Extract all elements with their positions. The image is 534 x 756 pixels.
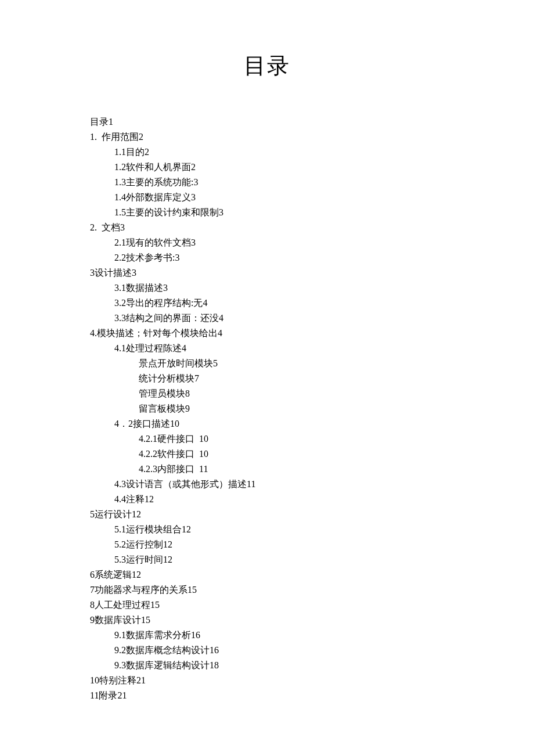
toc-entry-label: 4.模块描述；针对每个模块给出 <box>90 328 218 338</box>
toc-entry-label: 4.1处理过程陈述 <box>114 343 182 353</box>
toc-entry-label: 10特别注释 <box>90 675 136 685</box>
toc-entry-page: 21 <box>117 690 127 700</box>
toc-entry-page: 16 <box>191 630 200 640</box>
toc-entry: 5.2运行控制12 <box>90 537 534 552</box>
toc-entry: 4.3设计语言（或其他形式）描述11 <box>90 477 534 492</box>
toc-entry: 5运行设计12 <box>90 507 534 522</box>
toc-entry-label: 1.1目的 <box>114 147 145 157</box>
toc-entry-page: 3 <box>120 222 125 232</box>
toc-entry-label: 4.2.1硬件接口 <box>139 434 199 444</box>
toc-entry: 1.3主要的系统功能:3 <box>90 175 534 190</box>
toc-entry-label: 2. 文档 <box>90 222 120 232</box>
toc-entry: 3.3结构之间的界面：还没4 <box>90 311 534 326</box>
toc-entry-page: 4 <box>218 328 222 338</box>
toc-entry-page: 12 <box>132 509 141 519</box>
toc-entry-page: 10 <box>199 434 208 444</box>
toc-entry-label: 1.2软件和人机界面 <box>114 162 191 172</box>
toc-entry-page: 1 <box>109 117 113 127</box>
toc-entry-label: 5.1运行模块组合 <box>114 524 182 534</box>
toc-entry: 2.2技术参考书:3 <box>90 250 534 265</box>
toc-entry: 1.5主要的设计约束和限制3 <box>90 205 534 220</box>
toc-entry: 1.1目的2 <box>90 145 534 160</box>
toc-entry: 4.2.1硬件接口 10 <box>90 431 534 447</box>
toc-entry-page: 2 <box>145 147 149 157</box>
toc-entry-label: 4．2接口描述 <box>114 419 170 429</box>
toc-container: 目录11. 作用范围21.1目的21.2软件和人机界面21.3主要的系统功能:3… <box>90 114 534 703</box>
toc-entry-page: 4 <box>219 313 223 323</box>
toc-entry: 7功能器求与程序的关系15 <box>90 582 534 597</box>
toc-entry-label: 9.1数据库需求分析 <box>114 630 191 640</box>
toc-entry: 5.3运行时间12 <box>90 552 534 567</box>
toc-entry-page: 2 <box>191 162 196 172</box>
toc-entry-label: 4.2.3内部接口 <box>139 464 199 474</box>
toc-entry-label: 9数据库设计 <box>90 615 141 625</box>
toc-entry-label: 9.2数据库概念结构设计 <box>114 645 210 655</box>
toc-entry-page: 3 <box>132 268 136 278</box>
toc-entry: 目录1 <box>90 114 534 129</box>
toc-entry-label: 4.2.2软件接口 <box>139 449 199 459</box>
toc-entry-label: 景点开放时间模块 <box>139 358 213 368</box>
toc-entry-label: 2.2技术参考书: <box>114 253 175 262</box>
toc-entry-label: 4.4注释 <box>114 494 145 504</box>
toc-entry: 4.2.2软件接口 10 <box>90 447 534 462</box>
toc-entry: 3设计描述3 <box>90 265 534 280</box>
toc-entry-label: 8人工处理过程 <box>90 600 150 610</box>
toc-entry-label: 3.1数据描述 <box>114 283 163 293</box>
toc-entry-label: 3.2导出的程序结构:无 <box>114 298 203 308</box>
toc-entry: 9.2数据库概念结构设计16 <box>90 643 534 658</box>
toc-entry-label: 1.3主要的系统功能: <box>114 177 193 187</box>
toc-entry-page: 16 <box>210 645 219 655</box>
toc-entry-page: 10 <box>199 449 208 459</box>
toc-entry: 6系统逻辑12 <box>90 567 534 582</box>
toc-entry: 4.1处理过程陈述4 <box>90 341 534 356</box>
toc-entry-page: 18 <box>210 660 219 670</box>
toc-entry-page: 3 <box>219 207 223 217</box>
toc-entry-label: 7功能器求与程序的关系 <box>90 585 187 595</box>
toc-entry: 11附录21 <box>90 688 534 703</box>
toc-entry: 3.1数据描述3 <box>90 280 534 296</box>
toc-entry-page: 8 <box>185 388 190 398</box>
toc-entry-page: 4 <box>203 298 207 308</box>
toc-entry: 8人工处理过程15 <box>90 597 534 613</box>
toc-entry-label: 3设计描述 <box>90 268 132 278</box>
toc-entry: 1.4外部数据库定义3 <box>90 190 534 205</box>
toc-entry-page: 9 <box>185 404 190 413</box>
toc-entry: 景点开放时间模块5 <box>90 356 534 371</box>
toc-entry: 统计分析模块7 <box>90 371 534 386</box>
toc-entry-page: 11 <box>199 464 208 474</box>
toc-entry-page: 3 <box>163 283 168 293</box>
toc-entry-page: 5 <box>213 358 218 368</box>
toc-entry-label: 留言板模块 <box>139 404 185 413</box>
toc-entry-page: 11 <box>247 479 255 489</box>
toc-entry-label: 6系统逻辑 <box>90 570 132 579</box>
toc-entry: 9.1数据库需求分析16 <box>90 628 534 643</box>
toc-entry-label: 目录 <box>90 117 109 127</box>
toc-entry-page: 3 <box>175 253 179 262</box>
toc-entry-page: 15 <box>150 600 160 610</box>
toc-entry-label: 2.1现有的软件文档 <box>114 237 191 247</box>
toc-entry-label: 11附录 <box>90 690 117 700</box>
toc-entry-page: 15 <box>187 585 197 595</box>
toc-entry-label: 5.3运行时间 <box>114 555 163 564</box>
toc-entry-page: 3 <box>191 192 196 202</box>
toc-entry: 留言板模块9 <box>90 401 534 416</box>
toc-entry: 1.2软件和人机界面2 <box>90 160 534 175</box>
toc-entry-page: 12 <box>132 570 141 579</box>
toc-entry-label: 9.3数据库逻辑结构设计 <box>114 660 210 670</box>
toc-entry-label: 4.3设计语言（或其他形式）描述 <box>114 479 247 489</box>
toc-entry-page: 15 <box>141 615 150 625</box>
toc-entry-label: 5运行设计 <box>90 509 132 519</box>
toc-entry-label: 管理员模块 <box>139 388 185 398</box>
toc-entry-label: 1. 作用范围 <box>90 132 139 142</box>
toc-entry: 9数据库设计15 <box>90 613 534 628</box>
toc-entry: 10特别注释21 <box>90 673 534 688</box>
toc-entry-label: 3.3结构之间的界面：还没 <box>114 313 219 323</box>
toc-entry: 4.4注释12 <box>90 492 534 507</box>
toc-entry-page: 12 <box>163 539 172 549</box>
toc-entry-label: 统计分析模块 <box>139 373 194 383</box>
toc-entry-page: 3 <box>191 237 196 247</box>
toc-entry: 管理员模块8 <box>90 386 534 401</box>
toc-entry: 2. 文档3 <box>90 220 534 235</box>
page-title: 目录 <box>0 0 534 114</box>
toc-entry-page: 4 <box>182 343 186 353</box>
